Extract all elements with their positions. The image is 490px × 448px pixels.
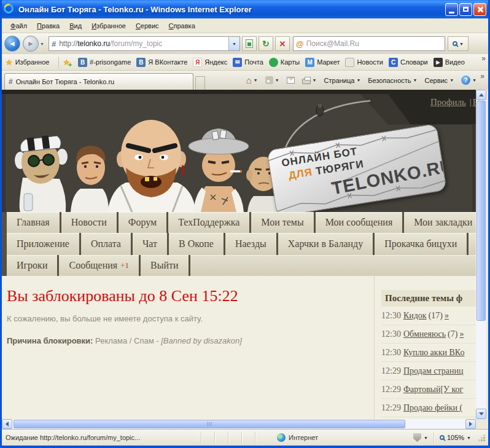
nav-news[interactable]: Новости bbox=[61, 212, 117, 233]
stop-button[interactable]: ✕ bbox=[275, 36, 290, 51]
topic-time: 12:29 bbox=[381, 366, 401, 375]
nav-app[interactable]: Приложение bbox=[7, 233, 79, 255]
menu-view[interactable]: Вид bbox=[64, 20, 87, 31]
rss-icon bbox=[265, 76, 273, 84]
favorites-label: Избранное bbox=[15, 58, 50, 66]
topic-row: 12:29Фартовый[У ког bbox=[381, 380, 476, 399]
nav-my-topics[interactable]: Мои темы bbox=[251, 212, 313, 233]
maximize-button[interactable] bbox=[459, 3, 472, 16]
topic-link[interactable]: Кидок bbox=[403, 311, 427, 320]
favorite-link-market[interactable]: М Маркет bbox=[305, 58, 340, 67]
scroll-right-button[interactable] bbox=[465, 419, 476, 429]
back-button[interactable]: ◄ bbox=[4, 36, 20, 52]
menu-favorites[interactable]: Избранное bbox=[87, 20, 131, 31]
page-menu-button[interactable]: Страница▼ bbox=[321, 75, 364, 86]
compatibility-view-button[interactable] bbox=[242, 36, 257, 51]
address-input[interactable]: # http://telonko.ru/forum/my_topic ▼ bbox=[49, 36, 240, 51]
blocked-message: К сожалению, вы больше не имеете доступа… bbox=[7, 314, 203, 323]
topic-link[interactable]: Продаю фейки ( bbox=[403, 403, 462, 412]
window-resize-grip[interactable] bbox=[477, 433, 486, 442]
nav-my-messages[interactable]: Мои сообщения bbox=[316, 212, 403, 233]
scroll-left-button[interactable] bbox=[2, 419, 12, 429]
menu-bar: Файл Правка Вид Избранное Сервис Справка bbox=[2, 18, 488, 33]
favorites-overflow-chevron-icon[interactable]: » bbox=[481, 54, 486, 63]
nav-players[interactable]: Игроки bbox=[7, 255, 57, 276]
read-mail-button[interactable] bbox=[284, 75, 298, 85]
printer-icon bbox=[302, 79, 311, 84]
status-text: Ожидание http://telonko.ru/forum/my_topi… bbox=[6, 434, 201, 441]
nav-my-bookmarks[interactable]: Мои закладки bbox=[404, 212, 476, 233]
command-bar: ⌂▼ ▼ ▼ Страница▼ Безопасность▼ Сервис▼ ?… bbox=[243, 71, 488, 90]
topic-link[interactable]: Продам страниц bbox=[403, 366, 464, 375]
topic-more-link[interactable]: » bbox=[459, 329, 464, 339]
topic-link[interactable]: Обмнеяюсь bbox=[403, 329, 446, 339]
search-input[interactable] bbox=[306, 39, 429, 48]
horizontal-scrollbar[interactable] bbox=[2, 419, 476, 429]
nav-trench[interactable]: В Окопе bbox=[169, 233, 224, 255]
favorite-link-video[interactable]: ▶ Видео bbox=[434, 58, 465, 67]
favorite-link-vkontakte[interactable]: В Я ВКонтакте bbox=[136, 58, 187, 67]
vertical-scroll-thumb[interactable] bbox=[476, 101, 486, 321]
commandbar-overflow-chevron-icon[interactable]: » bbox=[480, 72, 484, 81]
zoom-level[interactable]: 105% bbox=[447, 434, 464, 441]
add-favorite-button[interactable]: ★ bbox=[63, 58, 72, 67]
nav-support[interactable]: ТехПоддержка bbox=[168, 212, 249, 233]
nav-payment[interactable]: Оплата bbox=[81, 233, 131, 255]
topic-more-link[interactable]: » bbox=[445, 311, 449, 320]
menu-tools[interactable]: Сервис bbox=[131, 20, 164, 31]
zoom-dropdown-icon[interactable]: ▼ bbox=[467, 436, 471, 440]
minimize-button[interactable] bbox=[445, 3, 458, 16]
nav-messages[interactable]: Сообщения+1 bbox=[59, 255, 139, 276]
nav-main[interactable]: Главная bbox=[7, 212, 60, 233]
add-favorite-icon: ★ bbox=[63, 58, 70, 67]
print-button[interactable]: ▼ bbox=[299, 74, 320, 86]
help-button[interactable]: ?▼ bbox=[458, 74, 480, 87]
close-button[interactable] bbox=[473, 3, 486, 16]
profile-link[interactable]: Профиль bbox=[430, 97, 466, 107]
favorite-link-prisongame[interactable]: В #-prisongame bbox=[78, 58, 131, 67]
chevron-down-icon[interactable]: ▼ bbox=[424, 436, 428, 440]
menu-edit[interactable]: Правка bbox=[32, 20, 64, 31]
menu-file[interactable]: Файл bbox=[6, 20, 32, 31]
protected-mode-icon[interactable] bbox=[413, 433, 421, 442]
favorites-button[interactable]: ★ Избранное bbox=[6, 58, 49, 67]
scroll-down-button[interactable] bbox=[476, 409, 486, 419]
tab-favicon: # bbox=[9, 77, 13, 86]
nav-row-1: Главная Новости Форум ТехПоддержка Мои т… bbox=[2, 212, 476, 233]
favorite-link-yandex[interactable]: Я Яндекс bbox=[193, 58, 227, 67]
forward-button[interactable]: ► bbox=[23, 36, 39, 52]
tools-menu-button[interactable]: Сервис▼ bbox=[421, 75, 457, 86]
nav-pump[interactable]: Прокачка бицухи bbox=[375, 233, 467, 255]
scroll-up-button[interactable] bbox=[476, 90, 486, 100]
topic-time: 12:30 bbox=[381, 348, 401, 357]
favorite-link-news[interactable]: Новости bbox=[345, 58, 383, 67]
favorite-link-maps[interactable]: Карты bbox=[269, 58, 300, 67]
back-icon: ◄ bbox=[9, 39, 16, 48]
search-go-button[interactable]: ▼ bbox=[448, 36, 469, 51]
topic-link[interactable]: Фартовый[У ког bbox=[403, 385, 463, 394]
topic-link[interactable]: Куплю акки ВКо bbox=[403, 348, 465, 357]
nav-food[interactable]: Харчки в Баланду bbox=[278, 233, 373, 255]
nav-cut-item[interactable]: Б bbox=[469, 233, 476, 255]
ie-logo-icon bbox=[4, 4, 15, 15]
refresh-button[interactable]: ↻ bbox=[259, 36, 273, 51]
nav-forum[interactable]: Форум bbox=[119, 212, 166, 233]
favorite-link-dictionaries[interactable]: С Словари bbox=[389, 58, 428, 67]
new-tab-button[interactable] bbox=[195, 76, 205, 90]
favorites-star-icon: ★ bbox=[6, 58, 13, 67]
tab-active[interactable]: # Онлайн Бот Тюряга - Telonko.ru bbox=[4, 73, 193, 90]
feeds-button[interactable]: ▼ bbox=[262, 74, 282, 86]
home-button[interactable]: ⌂▼ bbox=[243, 73, 261, 87]
zone-label: Интернет bbox=[289, 434, 318, 441]
address-dropdown-button[interactable]: ▼ bbox=[228, 37, 239, 50]
status-bar: Ожидание http://telonko.ru/forum/my_topi… bbox=[2, 429, 488, 446]
security-menu-button[interactable]: Безопасность▼ bbox=[365, 75, 420, 86]
horizontal-scroll-thumb[interactable] bbox=[14, 420, 405, 428]
nav-raids[interactable]: Наезды bbox=[225, 233, 276, 255]
history-dropdown-icon[interactable]: ▼ bbox=[40, 42, 44, 46]
nav-logout[interactable]: Выйти bbox=[141, 255, 189, 276]
favorite-link-mail[interactable]: ✉ Почта bbox=[233, 58, 263, 67]
menu-help[interactable]: Справка bbox=[164, 20, 200, 31]
nav-chat[interactable]: Чат bbox=[133, 233, 167, 255]
vertical-scrollbar[interactable] bbox=[476, 90, 486, 419]
